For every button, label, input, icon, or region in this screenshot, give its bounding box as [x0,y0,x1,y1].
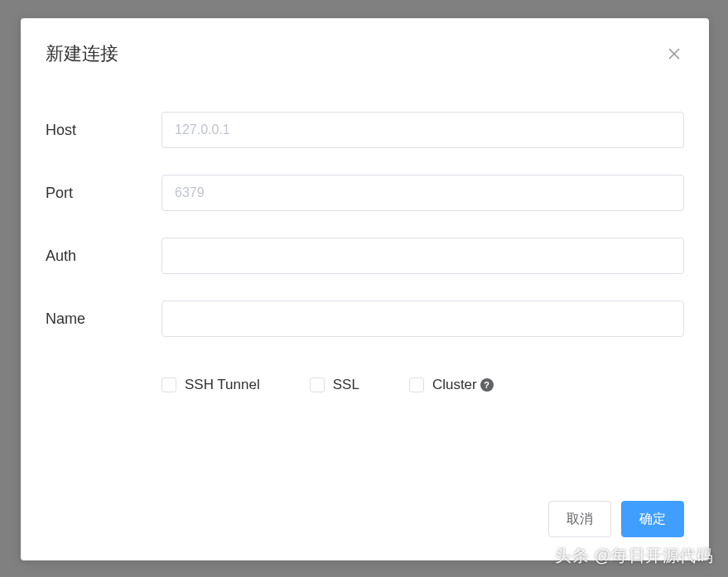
auth-input[interactable] [162,238,684,274]
host-input[interactable] [162,112,684,148]
ssl-label: SSL [333,377,359,393]
checkbox-icon [409,377,424,392]
close-icon [668,47,681,60]
dialog-title: 新建连接 [46,41,118,66]
cancel-button[interactable]: 取消 [548,501,611,537]
ssh-tunnel-checkbox[interactable]: SSH Tunnel [162,377,260,393]
auth-row: Auth [46,238,684,274]
host-label: Host [46,122,162,139]
dialog-header: 新建连接 [46,41,684,66]
host-row: Host [46,112,684,148]
name-input[interactable] [162,301,684,337]
port-input[interactable] [162,175,684,211]
ssl-checkbox[interactable]: SSL [310,377,359,393]
new-connection-dialog: 新建连接 Host Port Auth Name SSH Tunnel SSL [21,18,709,560]
confirm-button[interactable]: 确定 [621,501,684,537]
port-label: Port [46,185,162,202]
checkbox-icon [162,377,176,392]
options-row: SSH Tunnel SSL Cluster ? [162,377,684,393]
dialog-footer: 取消 确定 [548,501,684,537]
cluster-label: Cluster ? [432,377,494,393]
ssh-tunnel-label: SSH Tunnel [185,377,260,393]
pane-resize-handle[interactable] [10,288,12,313]
checkbox-icon [310,377,325,392]
close-button[interactable] [664,44,684,64]
name-label: Name [46,310,162,328]
cluster-checkbox[interactable]: Cluster ? [409,377,494,393]
help-icon[interactable]: ? [480,378,494,392]
auth-label: Auth [46,248,162,265]
cluster-label-text: Cluster [432,377,477,393]
name-row: Name [46,301,684,337]
port-row: Port [46,175,684,211]
